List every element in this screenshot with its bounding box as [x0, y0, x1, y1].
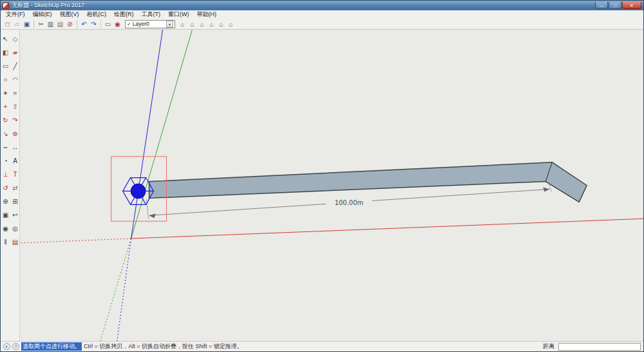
chevron-down-icon[interactable]: ▼	[166, 21, 173, 28]
menu-help[interactable]: 帮助(H)	[193, 10, 221, 19]
dimension-label: 100.00m	[335, 199, 364, 206]
measurement-input[interactable]	[558, 343, 641, 351]
blue-axis-line	[131, 30, 163, 239]
sketchup-window: 无标题 - SketchUp Pro 2017 —□✕ 文件(F)编辑(E)视图…	[0, 0, 644, 352]
polygon-tool[interactable]: ✶	[1, 86, 10, 100]
titlebar[interactable]: 无标题 - SketchUp Pro 2017 —□✕	[1, 1, 643, 10]
close-button[interactable]: ✕	[622, 2, 641, 9]
erase-icon[interactable]: ⊘	[65, 19, 75, 29]
viewport[interactable]: 100.00m	[20, 30, 643, 341]
drawing-canvas[interactable]: 100.00m	[20, 30, 643, 341]
status-icon-group: ◐?	[3, 343, 19, 350]
menu-camera[interactable]: 相机(C)	[83, 10, 111, 19]
layer-check-icon: ✓	[127, 21, 131, 27]
back-view-icon[interactable]: ⌂	[216, 19, 226, 29]
tape-measure-tool[interactable]: ┉	[1, 141, 10, 154]
status-hint-highlight: 选取两个点进行移动。	[21, 342, 82, 351]
toolbar-separator	[100, 20, 101, 28]
text-tool[interactable]: A	[10, 154, 20, 168]
menu-draw[interactable]: 绘图(R)	[110, 10, 138, 19]
arc-tool[interactable]: ◠	[10, 73, 20, 86]
dimension-arrow-left	[149, 213, 156, 218]
green-axis-line	[131, 30, 193, 239]
pan-tool[interactable]: ⇄	[10, 181, 20, 195]
move-tool[interactable]: +	[1, 100, 10, 113]
position-camera-tool[interactable]: ◉	[1, 222, 10, 235]
new-icon[interactable]: □	[3, 19, 12, 29]
red-axis-line	[131, 219, 643, 239]
rotate-tool[interactable]: ↻	[1, 113, 10, 127]
save-icon[interactable]: ▣	[22, 19, 32, 29]
measurement-label: 距离	[543, 342, 556, 351]
views-icon-group: ⌂⌂⌂⌂⌂⌂	[178, 19, 236, 29]
green-axis-negative	[100, 239, 131, 341]
rectangle-tool[interactable]: ▭	[1, 59, 10, 73]
layer-dropdown[interactable]: ✓ Layer0 ▼	[125, 20, 175, 28]
bar-geometry[interactable]	[149, 162, 587, 202]
file-icon-group: □▱▣	[3, 19, 32, 29]
front-view-icon[interactable]: ⌂	[197, 19, 207, 29]
zoom-extents-tool[interactable]: ▣	[1, 208, 10, 222]
protractor-tool[interactable]: ◔	[1, 154, 10, 168]
push-pull-tool[interactable]: ⇧	[10, 100, 20, 113]
menu-file[interactable]: 文件(F)	[2, 10, 29, 19]
sphere-component[interactable]	[131, 184, 146, 199]
paint-bucket-tool[interactable]: ◧	[1, 46, 10, 59]
credits-icon[interactable]: ?	[12, 343, 19, 350]
zoom-window-tool[interactable]: ⊞	[10, 195, 20, 208]
menubar: 文件(F)编辑(E)视图(V)相机(C)绘图(R)工具(T)窗口(W)帮助(H)	[1, 10, 643, 19]
open-icon[interactable]: ▱	[12, 19, 22, 29]
dimension-arrow-right	[543, 187, 549, 191]
previous-view-tool[interactable]: ↩	[10, 208, 20, 222]
top-view-icon[interactable]: ⌂	[187, 19, 197, 29]
print-icon-group: ▭◉	[103, 19, 122, 29]
copy-icon[interactable]: ▥	[46, 19, 55, 29]
menu-tools[interactable]: 工具(T)	[138, 10, 165, 19]
line-tool[interactable]: ╱	[10, 59, 20, 73]
cut-icon[interactable]: ✂	[36, 19, 46, 29]
follow-me-tool[interactable]: ↷	[10, 113, 20, 127]
menu-window[interactable]: 窗口(W)	[164, 10, 193, 19]
offset-tool[interactable]: ⊚	[10, 127, 20, 141]
zoom-tool[interactable]: ⊕	[1, 195, 10, 208]
geolocation-icon[interactable]: ◐	[3, 343, 10, 350]
window-controls: —□✕	[595, 2, 641, 9]
dimension-line-left	[149, 204, 326, 215]
left-view-icon[interactable]: ⌂	[226, 19, 236, 29]
freehand-tool[interactable]: ≈	[10, 86, 20, 100]
paste-icon[interactable]: ▤	[55, 19, 65, 29]
maximize-button[interactable]: □	[609, 2, 621, 9]
sketchup-logo-icon	[3, 3, 9, 9]
model-info-icon[interactable]: ◉	[113, 19, 122, 29]
walk-tool[interactable]: ‖	[1, 235, 10, 249]
toolbar-separator	[33, 20, 34, 28]
undo-icon-group: ↶↷	[79, 19, 99, 29]
main-area: ↖◇◧▰▭╱○◠✶≈+⇧↻↷↘⊚┉↔◔A⊥T↺⇄⊕⊞▣↩◉◎‖▤	[1, 30, 643, 341]
print-icon[interactable]: ▭	[103, 19, 113, 29]
iso-view-icon[interactable]: ⌂	[178, 19, 187, 29]
eraser-tool[interactable]: ▰	[10, 46, 20, 59]
scale-tool[interactable]: ↘	[1, 127, 10, 141]
window-title: 无标题 - SketchUp Pro 2017	[12, 1, 84, 10]
menu-edit[interactable]: 编辑(E)	[29, 10, 56, 19]
dimension-tool[interactable]: ↔	[10, 141, 20, 154]
redo-icon[interactable]: ↷	[89, 19, 99, 29]
toolbar-separator	[77, 20, 77, 28]
section-plane-tool[interactable]: ▤	[10, 235, 20, 249]
select-tool[interactable]: ↖	[1, 32, 10, 46]
menu-view[interactable]: 视图(V)	[56, 10, 83, 19]
orbit-tool[interactable]: ↺	[1, 181, 10, 195]
circle-tool[interactable]: ○	[1, 73, 10, 86]
axes-tool[interactable]: ⊥	[1, 168, 10, 181]
minimize-button[interactable]: —	[595, 2, 608, 9]
right-view-icon[interactable]: ⌂	[207, 19, 216, 29]
large-tool-set: ↖◇◧▰▭╱○◠✶≈+⇧↻↷↘⊚┉↔◔A⊥T↺⇄⊕⊞▣↩◉◎‖▤	[1, 30, 20, 341]
make-component-tool[interactable]: ◇	[10, 32, 20, 46]
statusbar: ◐? 选取两个点进行移动。 Ctrl = 切换拷贝，Alt = 切换自动折叠，按…	[1, 341, 643, 351]
dimension-line-right	[372, 189, 549, 200]
main-toolbar: □▱▣ ✂▥▤⊘ ↶↷ ▭◉ ✓ Layer0 ▼ ⌂⌂⌂⌂⌂⌂	[1, 19, 643, 30]
undo-icon[interactable]: ↶	[79, 19, 89, 29]
look-around-tool[interactable]: ◎	[10, 222, 20, 235]
status-hint: Ctrl = 切换拷贝，Alt = 切换自动折叠，按住 Shift = 锁定推理…	[84, 342, 243, 351]
3d-text-tool[interactable]: T	[10, 168, 20, 181]
